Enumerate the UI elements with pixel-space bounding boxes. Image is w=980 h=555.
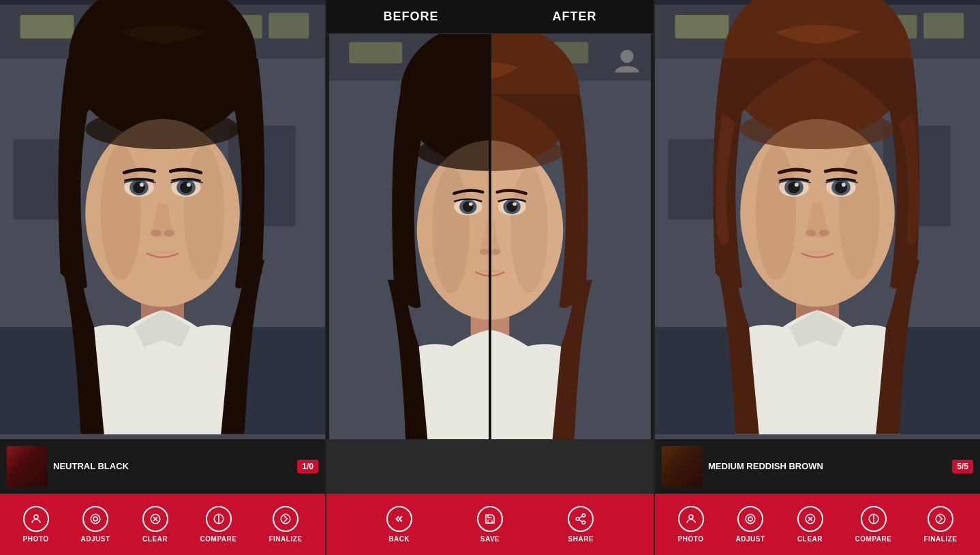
swatch-badge-right: 5/5	[952, 460, 973, 473]
finalize-label-right: FINALIZE	[923, 535, 957, 543]
photo-label-right: PHOTO	[678, 535, 704, 543]
clear-button-right[interactable]: CLEAR	[797, 506, 823, 543]
back-button[interactable]: BACK	[386, 506, 412, 543]
after-label: AFTER	[552, 10, 596, 24]
svg-point-24	[151, 229, 162, 236]
svg-point-18	[133, 181, 145, 193]
nav-buttons-left: PHOTO ADJUST CLEAR	[0, 494, 325, 555]
svg-point-28	[91, 514, 100, 524]
finalize-button-right[interactable]: FINALIZE	[923, 506, 957, 543]
person-icon-top-right	[611, 44, 643, 80]
svg-point-25	[164, 229, 174, 236]
color-swatch-row-left: NEUTRAL BLACK 1/0	[0, 439, 325, 494]
svg-point-27	[93, 517, 97, 521]
back-icon	[386, 506, 412, 532]
svg-rect-5	[269, 13, 309, 38]
adjust-button-right[interactable]: ADJUST	[736, 506, 765, 543]
svg-point-108	[795, 183, 799, 187]
finalize-label-left: FINALIZE	[269, 535, 302, 543]
svg-point-114	[818, 229, 829, 236]
svg-point-34	[281, 514, 290, 524]
svg-rect-40	[349, 42, 402, 63]
nav-buttons-right: PHOTO ADJUST CLEAR	[655, 494, 980, 555]
svg-line-87	[579, 520, 583, 522]
adjust-label-right: ADJUST	[736, 535, 765, 543]
svg-point-35	[620, 50, 633, 63]
svg-rect-91	[675, 15, 729, 38]
save-icon	[477, 506, 503, 532]
save-button[interactable]: SAVE	[477, 506, 503, 543]
svg-point-102	[756, 146, 796, 280]
bottom-toolbar-left: NEUTRAL BLACK 1/0 PHOTO ADJUST	[0, 439, 325, 555]
svg-point-22	[180, 181, 192, 193]
clear-icon-right	[797, 506, 823, 532]
svg-point-70	[510, 167, 548, 293]
finalize-icon-right	[928, 506, 953, 532]
svg-point-23	[187, 183, 191, 187]
svg-point-79	[512, 202, 517, 206]
compare-icon-left	[206, 506, 232, 532]
svg-point-123	[936, 514, 945, 524]
svg-point-85	[577, 518, 580, 521]
adjust-icon-right	[737, 506, 763, 532]
svg-point-113	[806, 229, 816, 236]
color-swatch-right	[662, 446, 703, 487]
svg-point-14	[184, 146, 224, 280]
share-icon	[568, 506, 594, 532]
photo-button-left[interactable]: PHOTO	[23, 506, 49, 543]
svg-point-81	[491, 249, 501, 255]
svg-point-115	[689, 515, 693, 519]
adjust-label-left: ADJUST	[81, 535, 110, 543]
before-label: BEFORE	[383, 10, 438, 24]
compare-button-left[interactable]: COMPARE	[200, 506, 237, 543]
svg-rect-94	[923, 13, 964, 38]
compare-button-right[interactable]: COMPARE	[855, 506, 892, 543]
middle-dark-area	[326, 439, 654, 494]
svg-point-19	[140, 183, 144, 187]
compare-label-right[interactable]: COMPARE	[855, 535, 892, 543]
swatch-label-right: MEDIUM REDDISH BROWN	[708, 461, 947, 473]
photo-label-left: PHOTO	[23, 535, 49, 543]
color-swatch-row-right: MEDIUM REDDISH BROWN 5/5	[655, 439, 980, 494]
color-swatch-left	[7, 446, 48, 487]
svg-point-112	[842, 183, 846, 187]
svg-point-47	[432, 167, 470, 293]
svg-rect-2	[20, 15, 74, 38]
svg-point-103	[839, 146, 879, 280]
swatch-badge-left: 1/0	[297, 460, 318, 473]
svg-point-104	[740, 109, 895, 149]
photo-area-left	[0, 0, 325, 439]
finalize-button-left[interactable]: FINALIZE	[269, 506, 302, 543]
panel-left: NEUTRAL BLACK 1/0 PHOTO ADJUST	[0, 0, 325, 555]
swatch-label-left: NEUTRAL BLACK	[53, 461, 292, 473]
compare-icon-right	[861, 506, 887, 532]
svg-point-111	[835, 181, 847, 193]
share-button[interactable]: SHARE	[568, 506, 594, 543]
svg-rect-82	[489, 34, 491, 439]
adjust-button-left[interactable]: ADJUST	[81, 506, 110, 543]
svg-line-88	[579, 516, 583, 518]
bottom-toolbar-right: MEDIUM REDDISH BROWN 5/5 PHOTO ADJUST	[655, 439, 980, 555]
compare-header: BEFORE AFTER	[326, 0, 654, 34]
person-icon-right	[678, 506, 704, 532]
clear-icon-left	[142, 506, 168, 532]
svg-point-53	[469, 202, 473, 206]
back-label: BACK	[388, 535, 410, 543]
svg-point-117	[746, 514, 755, 524]
svg-point-86	[583, 521, 586, 524]
svg-point-26	[34, 515, 38, 519]
panel-middle: BEFORE AFTER	[325, 0, 655, 555]
clear-label-right[interactable]: CLEAR	[797, 535, 823, 543]
photo-button-right[interactable]: PHOTO	[678, 506, 704, 543]
adjust-icon-left	[82, 506, 108, 532]
panel-right: MEDIUM REDDISH BROWN 5/5 PHOTO ADJUST	[655, 0, 980, 555]
clear-label-left[interactable]: CLEAR	[142, 535, 168, 543]
person-icon-left	[23, 506, 49, 532]
share-label: SHARE	[568, 535, 594, 543]
compare-label-left[interactable]: COMPARE	[200, 535, 237, 543]
svg-point-84	[583, 514, 586, 518]
save-label: SAVE	[480, 535, 500, 543]
svg-point-15	[85, 109, 240, 149]
compare-photo-area	[326, 34, 654, 439]
clear-button-left[interactable]: CLEAR	[142, 506, 168, 543]
